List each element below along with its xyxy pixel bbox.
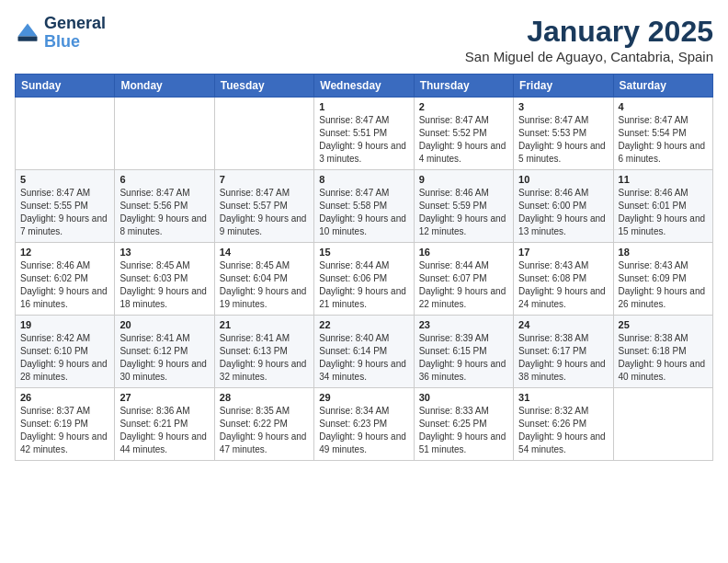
page-header: General Blue January 2025 San Miguel de … [15,15,713,64]
calendar-cell: 4Sunrise: 8:47 AM Sunset: 5:54 PM Daylig… [613,98,712,170]
calendar-cell: 6Sunrise: 8:47 AM Sunset: 5:56 PM Daylig… [115,170,214,243]
calendar-cell: 15Sunrise: 8:44 AM Sunset: 6:06 PM Dayli… [314,243,414,316]
svg-marker-0 [18,23,38,36]
cell-content: Sunrise: 8:41 AM Sunset: 6:12 PM Dayligh… [119,332,209,384]
day-number: 23 [419,319,508,330]
logo: General Blue [15,15,106,52]
calendar-cell: 21Sunrise: 8:41 AM Sunset: 6:13 PM Dayli… [214,316,313,388]
cell-content: Sunrise: 8:47 AM Sunset: 5:54 PM Dayligh… [619,114,708,166]
weekday-header-wednesday: Wednesday [314,75,414,98]
calendar-cell: 23Sunrise: 8:39 AM Sunset: 6:15 PM Dayli… [414,316,513,388]
svg-rect-1 [18,36,38,40]
calendar-cell: 10Sunrise: 8:46 AM Sunset: 6:00 PM Dayli… [514,170,613,243]
calendar-cell: 28Sunrise: 8:35 AM Sunset: 6:22 PM Dayli… [214,388,313,461]
day-number: 9 [419,174,508,185]
cell-content: Sunrise: 8:46 AM Sunset: 6:02 PM Dayligh… [20,259,109,311]
day-number: 8 [319,174,408,185]
calendar-week-row: 26Sunrise: 8:37 AM Sunset: 6:19 PM Dayli… [16,388,713,461]
weekday-header-thursday: Thursday [414,75,513,98]
calendar-cell [613,388,712,461]
calendar-cell: 26Sunrise: 8:37 AM Sunset: 6:19 PM Dayli… [16,388,115,461]
cell-content: Sunrise: 8:46 AM Sunset: 5:59 PM Dayligh… [419,187,508,238]
calendar-cell: 16Sunrise: 8:44 AM Sunset: 6:07 PM Dayli… [414,243,513,316]
calendar-cell: 24Sunrise: 8:38 AM Sunset: 6:17 PM Dayli… [514,316,613,388]
calendar-cell [16,98,115,170]
weekday-header-row: SundayMondayTuesdayWednesdayThursdayFrid… [16,75,713,98]
logo-text: General Blue [44,15,106,52]
calendar-cell: 19Sunrise: 8:42 AM Sunset: 6:10 PM Dayli… [16,316,115,388]
calendar-table: SundayMondayTuesdayWednesdayThursdayFrid… [15,74,713,461]
calendar-cell: 3Sunrise: 8:47 AM Sunset: 5:53 PM Daylig… [514,98,613,170]
calendar-cell [214,98,313,170]
cell-content: Sunrise: 8:37 AM Sunset: 6:19 PM Dayligh… [20,405,109,456]
day-number: 30 [419,392,508,403]
cell-content: Sunrise: 8:46 AM Sunset: 6:00 PM Dayligh… [518,187,608,238]
calendar-cell: 30Sunrise: 8:33 AM Sunset: 6:25 PM Dayli… [414,388,513,461]
day-number: 26 [20,392,109,403]
day-number: 4 [619,101,708,112]
weekday-header-tuesday: Tuesday [214,75,313,98]
calendar-week-row: 1Sunrise: 8:47 AM Sunset: 5:51 PM Daylig… [16,98,713,170]
calendar-cell: 8Sunrise: 8:47 AM Sunset: 5:58 PM Daylig… [314,170,414,243]
calendar-week-row: 5Sunrise: 8:47 AM Sunset: 5:55 PM Daylig… [16,170,713,243]
cell-content: Sunrise: 8:47 AM Sunset: 5:55 PM Dayligh… [20,187,109,238]
calendar-cell: 25Sunrise: 8:38 AM Sunset: 6:18 PM Dayli… [613,316,712,388]
title-block: January 2025 San Miguel de Aguayo, Canta… [465,15,713,64]
weekday-header-monday: Monday [115,75,214,98]
cell-content: Sunrise: 8:47 AM Sunset: 5:57 PM Dayligh… [220,187,309,238]
cell-content: Sunrise: 8:39 AM Sunset: 6:15 PM Dayligh… [419,332,508,384]
day-number: 14 [220,247,309,258]
cell-content: Sunrise: 8:45 AM Sunset: 6:03 PM Dayligh… [119,259,209,311]
cell-content: Sunrise: 8:46 AM Sunset: 6:01 PM Dayligh… [619,187,708,238]
calendar-cell: 18Sunrise: 8:43 AM Sunset: 6:09 PM Dayli… [613,243,712,316]
calendar-cell: 12Sunrise: 8:46 AM Sunset: 6:02 PM Dayli… [16,243,115,316]
cell-content: Sunrise: 8:42 AM Sunset: 6:10 PM Dayligh… [20,332,109,384]
month-title: January 2025 [465,15,713,49]
cell-content: Sunrise: 8:43 AM Sunset: 6:08 PM Dayligh… [518,259,608,311]
day-number: 6 [119,174,209,185]
calendar-cell: 20Sunrise: 8:41 AM Sunset: 6:12 PM Dayli… [115,316,214,388]
day-number: 1 [319,101,408,112]
cell-content: Sunrise: 8:38 AM Sunset: 6:18 PM Dayligh… [619,332,708,384]
day-number: 3 [518,101,608,112]
weekday-header-friday: Friday [514,75,613,98]
calendar-cell: 29Sunrise: 8:34 AM Sunset: 6:23 PM Dayli… [314,388,414,461]
cell-content: Sunrise: 8:38 AM Sunset: 6:17 PM Dayligh… [518,332,608,384]
day-number: 20 [119,319,209,330]
calendar-cell [115,98,214,170]
day-number: 16 [419,247,508,258]
day-number: 11 [619,174,708,185]
day-number: 28 [220,392,309,403]
day-number: 19 [20,319,109,330]
day-number: 18 [619,247,708,258]
day-number: 29 [319,392,408,403]
cell-content: Sunrise: 8:40 AM Sunset: 6:14 PM Dayligh… [319,332,408,384]
cell-content: Sunrise: 8:47 AM Sunset: 5:52 PM Dayligh… [419,114,508,166]
calendar-cell: 2Sunrise: 8:47 AM Sunset: 5:52 PM Daylig… [414,98,513,170]
weekday-header-saturday: Saturday [613,75,712,98]
weekday-header-sunday: Sunday [16,75,115,98]
calendar-cell: 31Sunrise: 8:32 AM Sunset: 6:26 PM Dayli… [514,388,613,461]
calendar-cell: 13Sunrise: 8:45 AM Sunset: 6:03 PM Dayli… [115,243,214,316]
cell-content: Sunrise: 8:45 AM Sunset: 6:04 PM Dayligh… [220,259,309,311]
day-number: 12 [20,247,109,258]
calendar-cell: 14Sunrise: 8:45 AM Sunset: 6:04 PM Dayli… [214,243,313,316]
day-number: 21 [220,319,309,330]
calendar-week-row: 12Sunrise: 8:46 AM Sunset: 6:02 PM Dayli… [16,243,713,316]
calendar-cell: 9Sunrise: 8:46 AM Sunset: 5:59 PM Daylig… [414,170,513,243]
cell-content: Sunrise: 8:47 AM Sunset: 5:53 PM Dayligh… [518,114,608,166]
cell-content: Sunrise: 8:32 AM Sunset: 6:26 PM Dayligh… [518,405,608,456]
cell-content: Sunrise: 8:34 AM Sunset: 6:23 PM Dayligh… [319,405,408,456]
cell-content: Sunrise: 8:43 AM Sunset: 6:09 PM Dayligh… [619,259,708,311]
calendar-cell: 17Sunrise: 8:43 AM Sunset: 6:08 PM Dayli… [514,243,613,316]
day-number: 31 [518,392,608,403]
location-title: San Miguel de Aguayo, Cantabria, Spain [465,49,713,64]
day-number: 15 [319,247,408,258]
calendar-cell: 5Sunrise: 8:47 AM Sunset: 5:55 PM Daylig… [16,170,115,243]
calendar-cell: 27Sunrise: 8:36 AM Sunset: 6:21 PM Dayli… [115,388,214,461]
day-number: 5 [20,174,109,185]
cell-content: Sunrise: 8:47 AM Sunset: 5:56 PM Dayligh… [119,187,209,238]
cell-content: Sunrise: 8:44 AM Sunset: 6:07 PM Dayligh… [419,259,508,311]
day-number: 2 [419,101,508,112]
cell-content: Sunrise: 8:33 AM Sunset: 6:25 PM Dayligh… [419,405,508,456]
